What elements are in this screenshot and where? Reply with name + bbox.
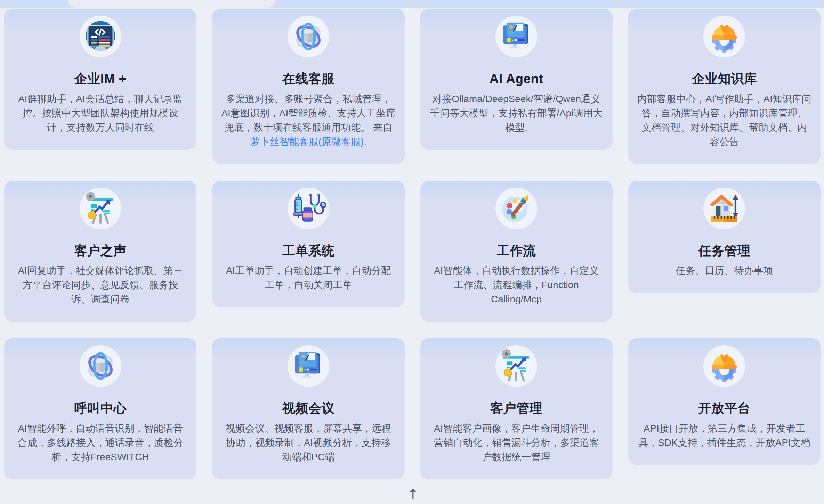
- feature-card-ticket-system: 工单系统 AI工单助手，自动创建工单，自动分配工单，自动关闭工单: [212, 181, 404, 308]
- robosi-customer-service-link[interactable]: 萝卜丝智能客服(原微客服): [250, 136, 364, 147]
- card-description-text: 多渠道对接、多账号聚合，私域管理，AI意图识别，AI智能质检、支持人工坐席兜底，…: [221, 94, 395, 133]
- palette-brush-icon: [495, 188, 537, 229]
- card-title: 任务管理: [637, 244, 811, 258]
- code-window-icon: [80, 16, 121, 57]
- card-title: 在线客服: [221, 72, 395, 86]
- card-description: AI智能外呼，自动语音识别，智能语音合成，多线路接入，通话录音，质检分析，支持F…: [13, 421, 187, 464]
- feature-card-ai-agent: AI Agent 对接Ollama/DeepSeek/智谱/Qwen通义千问等大…: [420, 9, 613, 150]
- medical-kit-icon: [288, 188, 329, 229]
- helmet-gear-icon: [703, 345, 745, 387]
- card-description: 对接Ollama/DeepSeek/智谱/Qwen通义千问等大模型，支持私有部署…: [429, 92, 604, 135]
- card-title: 开放平台: [637, 401, 811, 416]
- feature-card-task-management: 任务管理 任务、日历、待办事项: [628, 181, 821, 293]
- feature-card-call-center: 呼叫中心 AI智能外呼，自动语音识别，智能语音合成，多线路接入，通话录音，质检分…: [4, 338, 196, 479]
- card-description-text: 来自: [370, 122, 393, 133]
- card-description: 内部客服中心，AI写作助手，AI知识库问答，自动撰写内容，内部知识库管理、文档管…: [637, 92, 811, 149]
- card-title: 呼叫中心: [13, 401, 187, 416]
- card-description: AI工单助手，自动创建工单，自动分配工单，自动关闭工单: [221, 263, 395, 292]
- atom-database-icon: [288, 16, 329, 57]
- atom-database-icon: [80, 345, 121, 387]
- presentation-screen-icon: [288, 345, 329, 387]
- card-title: 企业知识库: [637, 72, 811, 86]
- card-description: AI智能体，自动执行数据操作，自定义工作流、流程编排，Function Call…: [429, 263, 604, 306]
- feature-card-online-customer-service: 在线客服 多渠道对接、多账号聚合，私域管理，AI意图识别，AI智能质检、支持人工…: [212, 9, 404, 164]
- card-description: AI回复助手，社交媒体评论抓取、第三方平台评论同步、意见反馈、服务投诉、调查问卷: [13, 263, 187, 306]
- card-title: AI Agent: [429, 72, 604, 86]
- chart-easel-icon: [80, 188, 121, 229]
- feature-card-workflow: 工作流 AI智能体，自动执行数据操作，自定义工作流、流程编排，Function …: [420, 181, 613, 322]
- house-measure-icon: [703, 188, 745, 229]
- card-description: API接口开放，第三方集成，开发者工具，SDK支持，插件生态，开放API文档: [637, 421, 811, 450]
- card-description: 视频会议、视频客服，屏幕共享，远程协助，视频录制，AI视频分析，支持移动端和PC…: [221, 421, 395, 464]
- card-description: AI群聊助手，AI会话总结，聊天记录监控。按照中大型团队架构使用规模设计，支持数…: [13, 92, 187, 135]
- feature-card-customer-management: 客户管理 AI智能客户画像，客户生命周期管理，营销自动化，销售漏斗分析，多渠道客…: [420, 338, 613, 479]
- card-title: 视频会议: [221, 401, 395, 416]
- card-description: AI智能客户画像，客户生命周期管理，营销自动化，销售漏斗分析，多渠道客户数据统一…: [429, 421, 604, 464]
- up-arrow-icon: ↑: [407, 487, 419, 502]
- feature-card-knowledge-base: 企业知识库 内部客服中心，AI写作助手，AI知识库问答，自动撰写内容，内部知识库…: [628, 9, 821, 164]
- feature-card-enterprise-im: 企业IM + AI群聊助手，AI会话总结，聊天记录监控。按照中大型团队架构使用规…: [4, 9, 196, 150]
- card-title: 企业IM +: [13, 72, 187, 86]
- feature-card-voice-of-customer: 客户之声 AI回复助手，社交媒体评论抓取、第三方平台评论同步、意见反馈、服务投诉…: [4, 181, 196, 322]
- chart-easel-icon: [495, 345, 537, 387]
- previous-section-card-edge: [68, 0, 275, 8]
- helmet-gear-icon: [703, 16, 745, 57]
- card-description: 任务、日历、待办事项: [637, 263, 811, 278]
- card-title: 客户管理: [429, 401, 604, 416]
- card-title: 客户之声: [13, 244, 187, 258]
- feature-card-open-platform: 开放平台 API接口开放，第三方集成，开发者工具，SDK支持，插件生态，开放AP…: [628, 338, 821, 465]
- feature-card-video-meeting: 视频会议 视频会议、视频客服，屏幕共享，远程协助，视频录制，AI视频分析，支持移…: [212, 338, 404, 479]
- card-title: 工作流: [429, 244, 604, 258]
- previous-section-bottom-band: [0, 0, 824, 8]
- feature-card-grid: 企业IM + AI群聊助手，AI会话总结，聊天记录监控。按照中大型团队架构使用规…: [4, 9, 821, 479]
- link-suffix: .: [364, 136, 366, 147]
- card-title: 工单系统: [221, 244, 395, 258]
- back-to-top-button[interactable]: ↑: [405, 486, 421, 503]
- card-description: 多渠道对接、多账号聚合，私域管理，AI意图识别，AI智能质检、支持人工坐席兜底，…: [221, 92, 395, 149]
- presentation-screen-icon: [495, 16, 537, 57]
